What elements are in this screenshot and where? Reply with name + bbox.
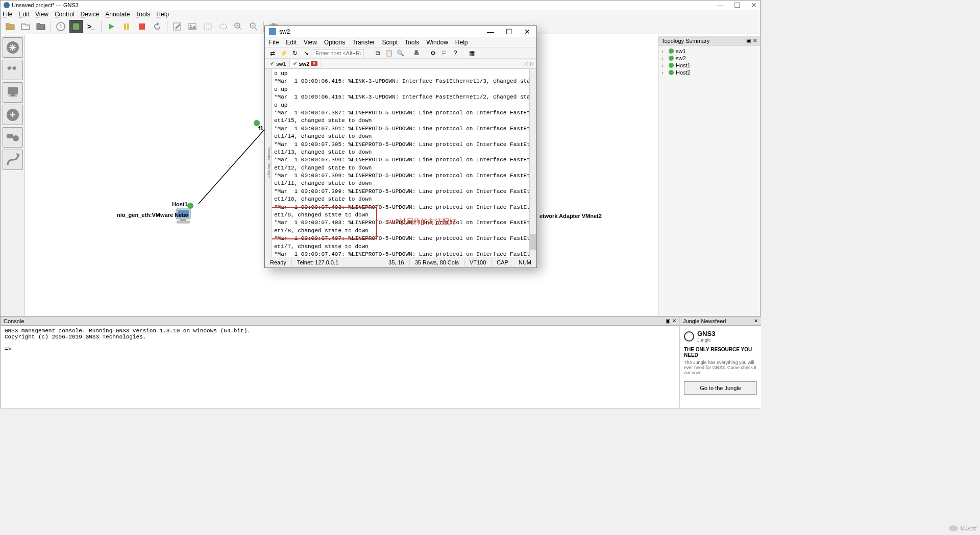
- terminal-window: sw2 — ☐ ✕ File Edit View Options Transfe…: [264, 26, 537, 268]
- options-icon[interactable]: ⚙: [428, 48, 437, 58]
- tab-close-icon[interactable]: ✕: [311, 61, 317, 66]
- panel-close-icon[interactable]: ✕: [672, 318, 676, 324]
- term-menu-options[interactable]: Options: [324, 39, 345, 46]
- tab-next-icon[interactable]: ▷: [530, 61, 534, 66]
- snapshot-button[interactable]: [54, 20, 67, 33]
- svg-rect-17: [11, 94, 15, 95]
- panel-close-icon[interactable]: ✕: [753, 38, 757, 43]
- new-project-button[interactable]: [4, 20, 17, 33]
- terminal-maximize-button[interactable]: ☐: [504, 28, 514, 36]
- save-project-button[interactable]: [34, 20, 47, 33]
- svg-rect-3: [127, 23, 129, 30]
- quick-connect-icon[interactable]: ⇄: [268, 48, 277, 58]
- close-button[interactable]: ✕: [751, 1, 757, 9]
- terminal-app-icon: [269, 28, 276, 35]
- term-menu-tools[interactable]: Tools: [405, 39, 419, 46]
- stop-all-button[interactable]: [135, 20, 149, 33]
- paste-icon[interactable]: 📋: [384, 48, 394, 58]
- terminal-close-button[interactable]: ✕: [522, 28, 532, 36]
- host-input[interactable]: [313, 49, 364, 57]
- reconnect-icon[interactable]: ↻: [290, 48, 300, 58]
- status-dimensions: 35 Rows, 80 Cols: [410, 259, 464, 265]
- term-menu-script[interactable]: Script: [382, 39, 398, 46]
- panel-float-icon[interactable]: ▣: [746, 38, 751, 43]
- term-menu-transfer[interactable]: Transfer: [352, 39, 375, 46]
- find-icon[interactable]: 🔍: [396, 48, 405, 58]
- svg-rect-2: [124, 23, 126, 30]
- add-note-button[interactable]: [170, 20, 184, 33]
- menu-control[interactable]: Control: [55, 11, 75, 18]
- go-to-jungle-button[interactable]: Go to the Jungle: [684, 381, 757, 395]
- start-all-button[interactable]: [105, 20, 118, 33]
- status-dot-icon: [669, 48, 674, 54]
- help-icon[interactable]: ?: [451, 48, 460, 58]
- terminal-statusbar: Ready Telnet: 127.0.0.1 35, 16 35 Rows, …: [265, 257, 536, 267]
- status-cursor-position: 35, 16: [383, 259, 410, 265]
- security-devices-button[interactable]: [3, 105, 23, 125]
- newsfeed-headline: THE ONLY RESOURCE YOU NEED: [684, 347, 757, 358]
- connect-icon[interactable]: ⚡: [279, 48, 288, 58]
- menu-tools[interactable]: Tools: [136, 11, 150, 18]
- terminal-minimize-button[interactable]: —: [485, 28, 496, 36]
- menu-view[interactable]: View: [35, 11, 48, 18]
- gns3-titlebar: Unsaved project* — GNS3 — ☐ ✕: [1, 1, 760, 10]
- toolbar-extra-icon[interactable]: ▦: [467, 48, 476, 58]
- menu-edit[interactable]: Edit: [18, 11, 29, 18]
- menu-file[interactable]: File: [3, 11, 12, 18]
- right-adapter-label: etwork Adapter VMnet2: [540, 213, 602, 219]
- check-icon: ✔: [270, 60, 275, 67]
- menu-help[interactable]: Help: [156, 11, 169, 18]
- reload-all-button[interactable]: [151, 20, 164, 33]
- menu-device[interactable]: Device: [81, 11, 100, 18]
- terminal-output[interactable]: o up *Mar 1 00:00:06.415: %LINK-3-UPDOWN…: [272, 69, 529, 257]
- menu-annotate[interactable]: Annotate: [105, 11, 130, 18]
- tab-prev-icon[interactable]: ◁: [524, 61, 528, 66]
- switches-button[interactable]: [3, 60, 23, 80]
- pause-all-button[interactable]: [120, 20, 133, 33]
- svg-rect-8: [204, 24, 211, 29]
- tab-sw1[interactable]: ✔sw1: [267, 60, 290, 67]
- console-output[interactable]: GNS3 management console. Running GNS3 ve…: [1, 326, 679, 354]
- add-link-button[interactable]: [3, 150, 23, 170]
- routers-button[interactable]: [3, 37, 23, 58]
- term-menu-window[interactable]: Window: [426, 39, 448, 46]
- tree-item-host2[interactable]: ›Host2: [662, 69, 757, 76]
- svg-rect-18: [9, 95, 17, 96]
- minimize-button[interactable]: —: [717, 1, 724, 9]
- end-devices-button[interactable]: [3, 82, 23, 103]
- term-menu-help[interactable]: Help: [455, 39, 468, 46]
- term-menu-file[interactable]: File: [269, 39, 279, 46]
- insert-picture-button[interactable]: [186, 20, 199, 33]
- all-devices-button[interactable]: [3, 127, 23, 148]
- status-dot-icon: [669, 56, 674, 61]
- copy-icon[interactable]: ⧉: [373, 48, 382, 58]
- topology-summary-panel: Topology Summary ▣✕ ›sw1 ›sw2 ›Host1 ›Ho…: [658, 36, 760, 316]
- print-icon[interactable]: 🖶: [412, 48, 421, 58]
- maximize-button[interactable]: ☐: [734, 1, 741, 9]
- show-interface-labels-button[interactable]: [69, 20, 83, 33]
- zoom-in-button[interactable]: [232, 20, 245, 33]
- terminal-titlebar[interactable]: sw2 — ☐ ✕: [265, 26, 536, 37]
- panel-close-icon[interactable]: ✕: [754, 318, 758, 324]
- draw-rectangle-button[interactable]: [201, 20, 214, 33]
- svg-rect-30: [177, 221, 189, 223]
- panel-float-icon[interactable]: ▣: [666, 318, 670, 324]
- zoom-out-button[interactable]: [247, 20, 260, 33]
- status-dot-icon: [669, 63, 674, 68]
- disconnect-icon[interactable]: ↘: [302, 48, 311, 58]
- tree-item-host1[interactable]: ›Host1: [662, 62, 757, 69]
- tree-item-sw1[interactable]: ›sw1: [662, 47, 757, 55]
- svg-rect-16: [8, 87, 18, 94]
- svg-point-7: [190, 25, 192, 26]
- draw-ellipse-button[interactable]: [216, 20, 230, 33]
- console-all-button[interactable]: >_: [85, 20, 98, 33]
- tab-sw2[interactable]: ✔sw2✕: [290, 60, 322, 67]
- session-options-icon[interactable]: ⚐: [439, 48, 449, 58]
- term-menu-edit[interactable]: Edit: [286, 39, 297, 46]
- open-project-button[interactable]: [19, 20, 32, 33]
- session-manager-sidebar[interactable]: Session Manager: [265, 69, 272, 257]
- terminal-scrollbar[interactable]: [529, 69, 536, 257]
- term-menu-view[interactable]: View: [304, 39, 317, 46]
- topology-tree: ›sw1 ›sw2 ›Host1 ›Host2: [658, 45, 760, 78]
- tree-item-sw2[interactable]: ›sw2: [662, 55, 757, 62]
